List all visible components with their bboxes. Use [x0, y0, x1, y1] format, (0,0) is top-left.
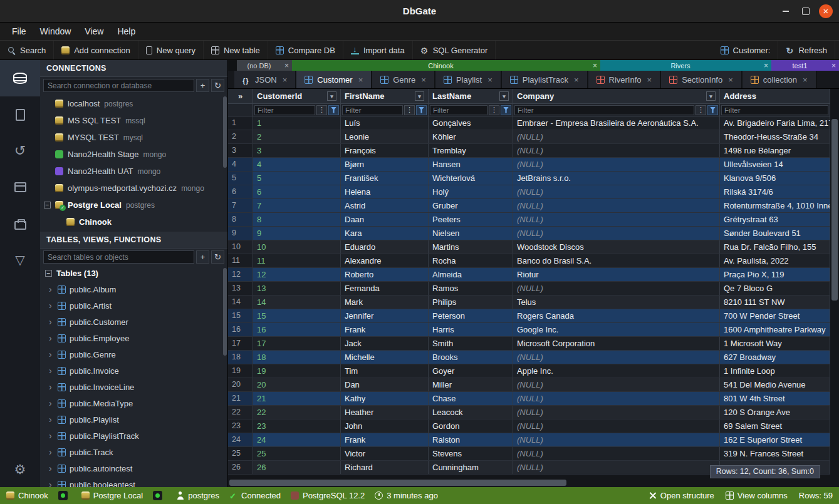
row-number[interactable]: 1	[228, 116, 253, 130]
cell-customerid[interactable]: 23	[253, 419, 341, 433]
cell-address[interactable]: 1 Microsoft Way	[720, 337, 830, 350]
cell-address[interactable]: Ullevålsveien 14	[720, 158, 830, 171]
settings-button[interactable]	[0, 452, 40, 487]
chevron-down-icon[interactable]: ▾	[415, 91, 424, 101]
activitybar-item[interactable]	[0, 96, 40, 133]
cell-customerid[interactable]: 4	[253, 158, 341, 171]
connection-item[interactable]: ✓ localhost postgres	[40, 95, 227, 112]
close-icon[interactable]: ×	[281, 61, 292, 70]
cell-address[interactable]: Av. Paulista, 2022	[720, 254, 830, 267]
cell-lastname[interactable]: Peterson	[429, 309, 513, 322]
cell-lastname[interactable]: Chase	[429, 392, 513, 405]
chevron-right-icon[interactable]	[49, 431, 54, 441]
chevron-down-icon[interactable]: ▾	[327, 91, 336, 101]
cell-lastname[interactable]: Tremblay	[429, 144, 513, 157]
table-row[interactable]: 25 25 Victor Stevens (NULL) 319 N. Franc…	[228, 447, 830, 461]
row-number[interactable]: 21	[228, 392, 253, 405]
row-number[interactable]: 18	[228, 351, 253, 364]
row-number[interactable]: 3	[228, 144, 253, 157]
cell-company[interactable]: (NULL)	[513, 433, 720, 446]
row-number[interactable]: 14	[228, 296, 253, 309]
row-number[interactable]: 9	[228, 227, 253, 240]
cell-customerid[interactable]: 7	[253, 199, 341, 212]
cell-company[interactable]: Microsoft Corporation	[513, 337, 720, 350]
cell-customerid[interactable]: 16	[253, 323, 341, 336]
cell-address[interactable]: Rua Dr. Falcão Filho, 155	[720, 240, 830, 254]
cell-company[interactable]: (NULL)	[513, 351, 720, 364]
connection-item[interactable]: ✓ Nano2Health UAT mongo	[40, 163, 227, 180]
toolbar-button[interactable]: New table	[204, 41, 268, 59]
cell-customerid[interactable]: 5	[253, 172, 341, 185]
chevron-right-icon[interactable]	[49, 382, 54, 392]
statusbar-action[interactable]: Open structure	[649, 491, 714, 500]
chevron-right-icon[interactable]	[49, 317, 54, 327]
cell-lastname[interactable]: Cunningham	[429, 461, 513, 474]
cell-address[interactable]: 1600 Amphitheatre Parkway	[720, 323, 830, 336]
connection-item[interactable]: ✓ Nano2Health Stage mongo	[40, 146, 227, 163]
column-header[interactable]: CustomerId ▾	[253, 89, 341, 103]
cell-address[interactable]: 8210 111 ST NW	[720, 296, 830, 309]
close-icon[interactable]: ×	[283, 75, 288, 85]
cell-address[interactable]: 1 Infinite Loop	[720, 364, 830, 378]
chevron-right-icon[interactable]	[49, 284, 54, 294]
chevron-right-icon[interactable]	[49, 333, 54, 343]
cell-lastname[interactable]: Gonçalves	[429, 116, 513, 130]
cell-firstname[interactable]: Fernanda	[341, 282, 429, 295]
close-icon[interactable]: ×	[574, 75, 579, 85]
table-row[interactable]: 15 15 Jennifer Peterson Rogers Canada 70…	[228, 309, 830, 323]
database-tab[interactable]: Rivers ×	[600, 60, 771, 71]
row-number[interactable]: 19	[228, 364, 253, 378]
file-tab[interactable]: Playlist ×	[435, 71, 502, 88]
cell-customerid[interactable]: 12	[253, 268, 341, 281]
toolbar-button[interactable]: Search	[0, 41, 54, 59]
cell-customerid[interactable]: 20	[253, 378, 341, 391]
file-tab[interactable]: SectionInfo ×	[661, 71, 743, 88]
cell-firstname[interactable]: Dan	[341, 378, 429, 391]
cell-address[interactable]: Rotenturmstraße 4, 1010 Innere Stadt	[720, 199, 830, 212]
cell-firstname[interactable]: Richard	[341, 461, 429, 474]
toolbar-button[interactable]: Refresh	[778, 41, 835, 59]
cell-firstname[interactable]: Frank	[341, 433, 429, 446]
row-number[interactable]: 8	[228, 213, 253, 226]
chevron-right-icon[interactable]	[49, 398, 54, 408]
cell-customerid[interactable]: 11	[253, 254, 341, 267]
chevron-right-icon[interactable]	[49, 447, 54, 457]
table-item[interactable]: public.Artist	[40, 297, 227, 314]
cell-lastname[interactable]: Ramos	[429, 282, 513, 295]
database-tab[interactable]: test1 ×	[771, 60, 839, 71]
close-icon[interactable]: ×	[828, 61, 839, 70]
cell-company[interactable]: Embraer - Empresa Brasileira de Aeronáut…	[513, 116, 720, 130]
row-number[interactable]: 17	[228, 337, 253, 350]
refresh-tables-icon[interactable]: ↻	[211, 250, 224, 264]
close-icon[interactable]: ×	[487, 75, 492, 85]
cell-firstname[interactable]: Victor	[341, 447, 429, 460]
table-row[interactable]: 17 17 Jack Smith Microsoft Corporation 1…	[228, 337, 830, 351]
cell-customerid[interactable]: 3	[253, 144, 341, 157]
table-item[interactable]: public.Customer	[40, 314, 227, 330]
chevron-right-icon[interactable]	[49, 301, 54, 311]
cell-customerid[interactable]: 10	[253, 240, 341, 254]
cell-lastname[interactable]: Gruber	[429, 199, 513, 212]
table-row[interactable]: 11 11 Alexandre Rocha Banco do Brasil S.…	[228, 254, 830, 268]
cell-firstname[interactable]: Helena	[341, 185, 429, 198]
close-icon[interactable]: ×	[803, 75, 808, 85]
cell-lastname[interactable]: Köhler	[429, 130, 513, 143]
cell-firstname[interactable]: Frank	[341, 323, 429, 336]
cell-firstname[interactable]: Eduardo	[341, 240, 429, 254]
cell-company[interactable]: (NULL)	[513, 461, 720, 474]
row-number[interactable]: 26	[228, 461, 253, 474]
table-row[interactable]: 3 3 François Tremblay (NULL) 1498 rue Bé…	[228, 144, 830, 158]
cell-company[interactable]: Google Inc.	[513, 323, 720, 336]
horizontal-scrollbar-thumb[interactable]	[229, 480, 566, 486]
table-row[interactable]: 13 13 Fernanda Ramos (NULL) Qe 7 Bloco G	[228, 282, 830, 296]
cell-company[interactable]: Riotur	[513, 268, 720, 281]
file-tab[interactable]: Customer ×	[296, 71, 372, 88]
connection-item[interactable]: ✓ MS SQL TEST mssql	[40, 112, 227, 129]
file-tab[interactable]: collection ×	[743, 71, 817, 88]
cell-company[interactable]: (NULL)	[513, 378, 720, 391]
close-icon[interactable]: ×	[647, 75, 652, 85]
menu-item[interactable]: Help	[110, 23, 142, 41]
toolbar-button[interactable]: Customer:	[713, 41, 779, 59]
cell-firstname[interactable]: Kara	[341, 227, 429, 240]
activitybar-item[interactable]	[0, 242, 40, 278]
